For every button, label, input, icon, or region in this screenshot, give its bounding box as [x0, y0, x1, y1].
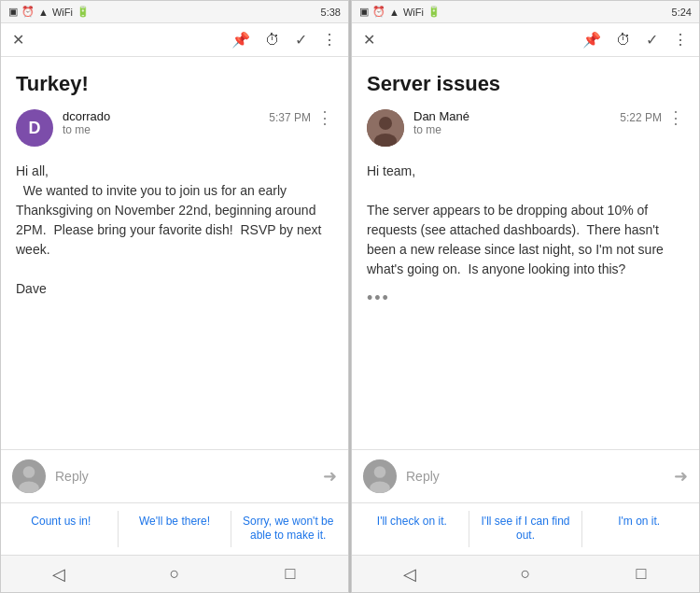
pin-icon[interactable]: 📌 [231, 31, 250, 49]
reply-area-1[interactable]: Reply ➜ [1, 449, 348, 502]
clock-icon[interactable]: ⏱ [265, 32, 280, 49]
signal-icon-2: ▲ [389, 7, 399, 18]
email-subject-1: Turkey! [16, 72, 333, 96]
more-icon-2[interactable]: ⋮ [673, 31, 688, 49]
smart-replies-1: Count us in! We'll be there! Sorry, we w… [1, 502, 348, 555]
sender-name-2: Dan Mané [413, 109, 620, 123]
reply-avatar-1 [12, 459, 46, 493]
smart-reply-1-2[interactable]: We'll be there! [119, 511, 232, 547]
reply-avatar-2 [363, 459, 397, 493]
check-icon[interactable]: ✓ [295, 31, 307, 49]
svg-point-7 [374, 466, 386, 478]
check-icon-2[interactable]: ✓ [646, 31, 658, 49]
sender-initial-1: D [29, 119, 41, 138]
email-body-1: Hi all, We wanted to invite you to join … [16, 162, 333, 299]
svg-point-1 [23, 466, 35, 478]
smart-reply-2-3[interactable]: I'm on it. [582, 511, 695, 547]
close-icon-2[interactable]: ✕ [363, 31, 375, 49]
reply-label-2: Reply [406, 469, 674, 484]
email-content-2: Server issues Dan Mané to me 5:22 PM ⋮ [352, 57, 699, 449]
status-time-2: 5:24 [672, 7, 692, 18]
more-icon[interactable]: ⋮ [322, 31, 337, 49]
reply-arrow-1[interactable]: ➜ [323, 466, 337, 487]
back-button-1[interactable]: ◁ [40, 556, 77, 593]
wifi-icon-2: WiFi [403, 7, 424, 18]
clock-icon-2[interactable]: ⏱ [616, 32, 631, 49]
back-button-2[interactable]: ◁ [391, 556, 428, 593]
email-subject-2: Server issues [367, 72, 684, 96]
sender-row-1: D dcorrado to me 5:37 PM ⋮ [16, 109, 333, 147]
recent-button-1[interactable]: □ [272, 556, 309, 593]
sender-to-1: to me [63, 123, 269, 136]
close-icon[interactable]: ✕ [12, 31, 24, 49]
sim-icon-2: ▣ [359, 6, 369, 18]
reply-arrow-2[interactable]: ➜ [674, 466, 688, 487]
signal-icon: ▲ [38, 7, 49, 18]
home-button-1[interactable]: ○ [156, 556, 193, 593]
svg-point-4 [379, 117, 392, 130]
email-body-2: Hi team, The server appears to be droppi… [367, 162, 684, 279]
sim-icon: ▣ [8, 6, 18, 18]
sender-to-2: to me [413, 123, 620, 136]
smart-reply-2-2[interactable]: I'll see if I can find out. [469, 511, 583, 547]
sender-name-1: dcorrado [63, 109, 269, 123]
pin-icon-2[interactable]: 📌 [582, 31, 601, 49]
recent-button-2[interactable]: □ [623, 556, 660, 593]
reply-label-1: Reply [55, 469, 323, 484]
email-more-icon-2[interactable]: ⋮ [667, 109, 684, 126]
sender-avatar-2 [367, 109, 404, 147]
email-time-2: 5:22 PM ⋮ [620, 109, 684, 126]
wifi-icon: WiFi [52, 7, 73, 18]
nav-bar-1: ◁ ○ □ [1, 555, 348, 592]
sender-avatar-1: D [16, 109, 53, 147]
smart-replies-2: I'll check on it. I'll see if I can find… [352, 502, 699, 555]
sender-info-1: dcorrado to me [63, 109, 269, 136]
status-icons-1: ▣ ⏰ ▲ WiFi 🔋 [8, 6, 90, 18]
toolbar-1: ✕ 📌 ⏱ ✓ ⋮ [1, 23, 348, 57]
battery-icon: 🔋 [77, 6, 90, 18]
email-ellipsis-2: ••• [367, 289, 684, 308]
email-more-icon-1[interactable]: ⋮ [316, 109, 333, 126]
nav-bar-2: ◁ ○ □ [352, 555, 699, 592]
status-bar-2: ▣ ⏰ ▲ WiFi 🔋 5:24 [352, 1, 699, 23]
home-button-2[interactable]: ○ [507, 556, 544, 593]
status-bar-1: ▣ ⏰ ▲ WiFi 🔋 5:38 [1, 1, 348, 23]
status-time-1: 5:38 [321, 7, 341, 18]
phone-2: ▣ ⏰ ▲ WiFi 🔋 5:24 ✕ 📌 ⏱ ✓ ⋮ Server issue… [351, 0, 700, 593]
toolbar-2: ✕ 📌 ⏱ ✓ ⋮ [352, 23, 699, 57]
phone-1: ▣ ⏰ ▲ WiFi 🔋 5:38 ✕ 📌 ⏱ ✓ ⋮ Turkey! [0, 0, 349, 593]
smart-reply-1-3[interactable]: Sorry, we won't be able to make it. [231, 511, 344, 547]
reply-area-2[interactable]: Reply ➜ [352, 449, 699, 502]
status-icons-2: ▣ ⏰ ▲ WiFi 🔋 [359, 6, 441, 18]
sender-row-2: Dan Mané to me 5:22 PM ⋮ [367, 109, 684, 147]
alarm-icon-2: ⏰ [372, 6, 385, 18]
battery-icon-2: 🔋 [427, 6, 441, 18]
smart-reply-1-1[interactable]: Count us in! [5, 511, 119, 547]
sender-info-2: Dan Mané to me [413, 109, 620, 136]
email-time-1: 5:37 PM ⋮ [269, 109, 333, 126]
alarm-icon: ⏰ [21, 6, 35, 18]
smart-reply-2-1[interactable]: I'll check on it. [356, 511, 469, 547]
email-content-1: Turkey! D dcorrado to me 5:37 PM ⋮ Hi al… [1, 57, 348, 449]
